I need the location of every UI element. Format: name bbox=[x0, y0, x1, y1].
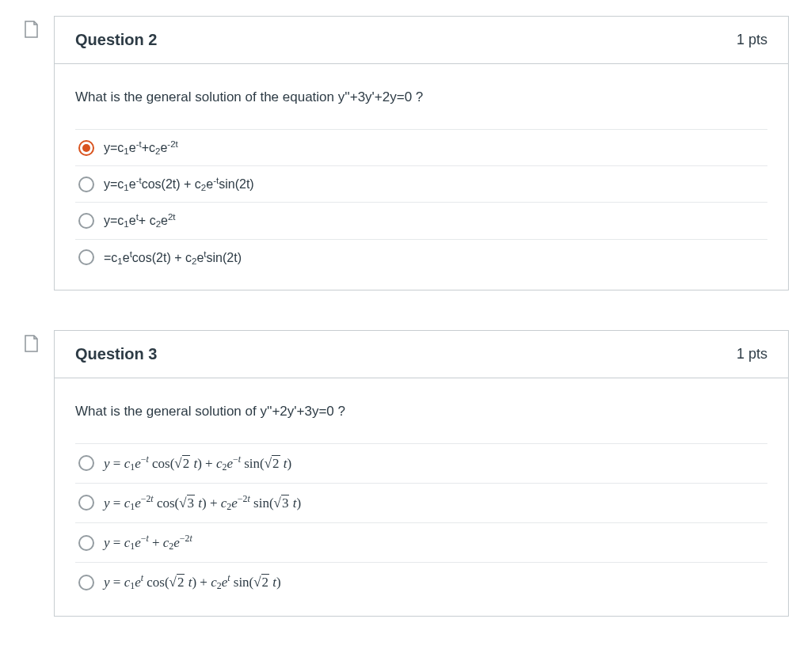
option-row[interactable]: =c1etcos(2t) + c2etsin(2t) bbox=[75, 239, 767, 275]
question-block: Question 21 ptsWhat is the general solut… bbox=[54, 16, 789, 290]
option-label: y = c1e−t cos(2 t) + c2e−t sin(2 t) bbox=[104, 454, 291, 473]
option-label: y = c1et cos(2 t) + c2et sin(2 t) bbox=[104, 572, 281, 592]
option-label: y = c1e−2t cos(3 t) + c2e−2t sin(3 t) bbox=[104, 493, 301, 513]
radio-icon[interactable] bbox=[78, 177, 94, 192]
option-label: y=c1e-tcos(2t) + c2e-tsin(2t) bbox=[104, 176, 254, 192]
question-status-icon[interactable] bbox=[24, 335, 38, 352]
option-row[interactable]: y = c1e−2t cos(3 t) + c2e−2t sin(3 t) bbox=[75, 483, 767, 522]
question-block: Question 31 ptsWhat is the general solut… bbox=[54, 330, 789, 617]
radio-icon[interactable] bbox=[78, 455, 94, 471]
option-row[interactable]: y = c1et cos(2 t) + c2et sin(2 t) bbox=[75, 562, 767, 602]
radio-icon[interactable] bbox=[78, 213, 94, 229]
option-row[interactable]: y=c1e-t+c2e-2t bbox=[75, 129, 767, 165]
option-row[interactable]: y = c1e−t + c2e−2t bbox=[75, 522, 767, 562]
option-label: y=c1e-t+c2e-2t bbox=[104, 139, 178, 156]
question-header: Question 31 pts bbox=[55, 331, 788, 378]
question-points: 1 pts bbox=[737, 32, 767, 48]
option-row[interactable]: y=c1et+ c2e2t bbox=[75, 202, 767, 238]
radio-icon[interactable] bbox=[78, 575, 94, 590]
radio-icon[interactable] bbox=[78, 535, 94, 551]
option-label: y = c1e−t + c2e−2t bbox=[104, 533, 192, 552]
question-prompt: What is the general solution of y''+2y'+… bbox=[75, 404, 767, 420]
option-row[interactable]: y = c1e−t cos(2 t) + c2e−t sin(2 t) bbox=[75, 443, 767, 483]
option-row[interactable]: y=c1e-tcos(2t) + c2e-tsin(2t) bbox=[75, 165, 767, 202]
question-title: Question 3 bbox=[75, 345, 157, 363]
question-status-icon[interactable] bbox=[24, 21, 38, 38]
option-label: =c1etcos(2t) + c2etsin(2t) bbox=[104, 249, 242, 266]
question-prompt: What is the general solution of the equa… bbox=[75, 89, 767, 105]
question-title: Question 2 bbox=[75, 31, 157, 49]
question-header: Question 21 pts bbox=[55, 17, 788, 64]
question-body: What is the general solution of the equa… bbox=[55, 64, 788, 290]
question-body: What is the general solution of y''+2y'+… bbox=[55, 378, 788, 616]
option-label: y=c1et+ c2e2t bbox=[104, 212, 176, 229]
question-points: 1 pts bbox=[737, 346, 767, 363]
radio-icon[interactable] bbox=[78, 140, 94, 156]
radio-icon[interactable] bbox=[78, 249, 94, 265]
radio-icon[interactable] bbox=[78, 495, 94, 511]
